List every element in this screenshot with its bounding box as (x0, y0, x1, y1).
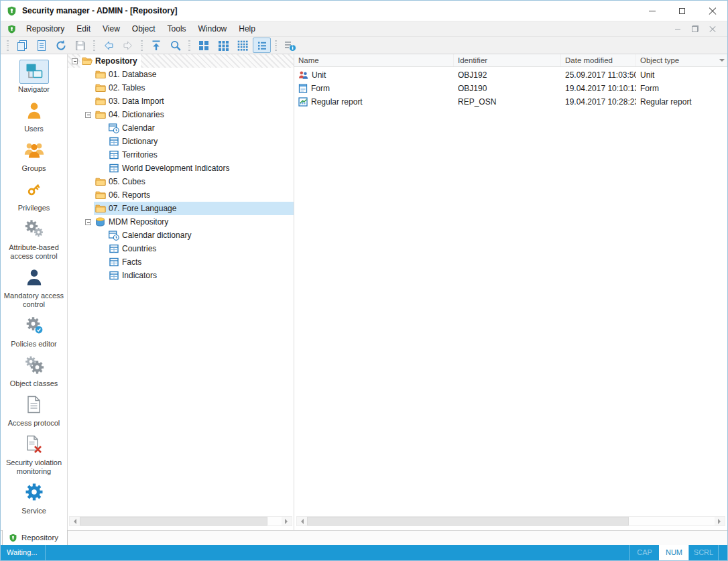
tree-item-dictionary[interactable]: Dictionary (68, 135, 294, 148)
tree-expander-icon[interactable] (72, 58, 78, 64)
menu-edit[interactable]: Edit (70, 21, 97, 37)
sidebar-item-mandatory-access-control[interactable]: Mandatory access control (1, 266, 67, 309)
scroll-right-icon[interactable] (282, 517, 292, 525)
list-horizontal-scrollbar[interactable] (296, 516, 725, 526)
status-key-num: NUM (659, 545, 688, 560)
menu-window[interactable]: Window (192, 21, 233, 37)
tree-item-label: 07. Fore Language (109, 204, 176, 213)
menu-repository[interactable]: Repository (20, 21, 70, 37)
sidebar-item-groups[interactable]: Groups (1, 139, 67, 173)
service-icon (25, 483, 44, 503)
tree-item-05-cubes[interactable]: 05. Cubes (68, 175, 294, 188)
view-large-icons-icon (198, 40, 210, 52)
view-details-button[interactable] (253, 38, 271, 53)
tree-scroll-track[interactable] (80, 517, 282, 525)
tab-repository[interactable]: Repository (2, 530, 68, 546)
window-controls (637, 1, 727, 21)
tree-item-mdm-repository[interactable]: MDM Repository (68, 215, 294, 229)
forward-button[interactable] (119, 38, 137, 53)
tree-item-06-reports[interactable]: 06. Reports (68, 188, 294, 202)
open-document-icon (36, 40, 48, 52)
tree-item-04-dictionaries[interactable]: 04. Dictionaries (68, 108, 294, 121)
sidebar-item-security-violation-monitoring[interactable]: Security violation monitoring (1, 433, 67, 476)
list-scroll-track[interactable] (307, 517, 715, 525)
sidebar-item-object-classes[interactable]: Object classes (1, 354, 67, 388)
app-logo-icon (7, 6, 17, 16)
properties-button[interactable] (281, 38, 299, 53)
list-row-form[interactable]: FormOBJ19019.04.2017 10:10:13Form (294, 82, 727, 95)
tree-item-countries[interactable]: Countries (68, 242, 294, 255)
new-document-icon (16, 40, 28, 52)
tree-expander-icon[interactable] (85, 219, 91, 225)
move-to-top-button[interactable] (147, 38, 165, 53)
tree-item-07-fore-language[interactable]: 07. Fore Language (68, 202, 294, 215)
scroll-right-icon[interactable] (715, 517, 725, 525)
sidebar-item-privileges[interactable]: Privileges (1, 178, 67, 212)
menu-view[interactable]: View (97, 21, 126, 37)
sidebar-item-navigator[interactable]: Navigator (1, 60, 67, 94)
table-icon (108, 244, 119, 253)
system-menu-icon[interactable] (7, 24, 17, 34)
tree-horizontal-scrollbar[interactable] (69, 516, 292, 526)
tree-item-repository[interactable]: Repository (68, 54, 294, 68)
column-menu-button[interactable] (717, 54, 727, 66)
column-header-name[interactable]: Name (294, 54, 454, 66)
tree-item-02-tables[interactable]: 02. Tables (68, 81, 294, 95)
sidebar-item-policies-editor[interactable]: Policies editor (1, 314, 67, 349)
column-header-identifier[interactable]: Identifier (454, 54, 561, 66)
mdi-close-icon (709, 25, 716, 32)
toolbar-grip[interactable] (7, 40, 9, 51)
tree-item-01-database[interactable]: 01. Database (68, 68, 294, 81)
sidebar-item-service[interactable]: Service (1, 481, 67, 515)
tree-item-label: Calendar dictionary (122, 231, 191, 240)
mdi-restore-button[interactable] (688, 23, 702, 35)
status-filler (46, 545, 629, 560)
menu-object[interactable]: Object (126, 21, 162, 37)
save-button[interactable] (71, 38, 89, 53)
main-area: NavigatorUsersGroupsPrivilegesAttribute-… (1, 54, 727, 530)
close-button[interactable] (697, 1, 727, 21)
sidebar-item-access-protocol[interactable]: Access protocol (1, 393, 67, 428)
minimize-button[interactable] (637, 1, 667, 21)
tree-item-territories[interactable]: Territories (68, 148, 294, 162)
tree-item-calendar[interactable]: Calendar (68, 121, 294, 135)
view-medium-icons-button[interactable] (214, 38, 232, 53)
search-button[interactable] (166, 38, 184, 53)
tree-item-label: Calendar (122, 123, 155, 133)
back-button[interactable] (99, 38, 117, 53)
view-large-icons-button[interactable] (194, 38, 213, 53)
mdi-minimize-button[interactable] (671, 23, 684, 35)
tree-item-indicators[interactable]: Indicators (68, 269, 294, 282)
view-small-icons-button[interactable] (233, 38, 251, 53)
list-row-unit[interactable]: UnitOBJ19225.09.2017 11:03:50Unit (294, 68, 727, 82)
mdi-restore-icon (692, 25, 699, 32)
menu-tools[interactable]: Tools (162, 21, 192, 37)
view-details-icon (256, 40, 268, 52)
scroll-left-icon[interactable] (297, 517, 307, 525)
list-row-regular-report[interactable]: Regular reportREP_OSN19.04.2017 10:28:23… (294, 95, 727, 109)
column-header-date-modified[interactable]: Date modified (561, 54, 636, 66)
access-protocol-icon (26, 395, 42, 416)
tree-item-calendar-dictionary[interactable]: Calendar dictionary (68, 229, 294, 242)
new-document-button[interactable] (13, 38, 31, 53)
sidebar-item-users[interactable]: Users (1, 99, 67, 133)
toolbar-separator (93, 40, 95, 51)
scroll-left-icon[interactable] (70, 517, 80, 525)
tree-item-facts[interactable]: Facts (68, 255, 294, 269)
status-key-cap: CAP (629, 545, 659, 560)
refresh-button[interactable] (52, 38, 70, 53)
column-header-object-type[interactable]: Object type (636, 54, 727, 66)
tree-scroll-thumb[interactable] (80, 517, 267, 525)
toolbar-separator (275, 40, 277, 51)
tree-item-03-data-import[interactable]: 03. Data Import (68, 95, 294, 108)
list-cell-object-type: Regular report (636, 97, 727, 107)
mdi-close-button[interactable] (706, 23, 719, 35)
maximize-button[interactable] (667, 1, 697, 21)
list-scroll-thumb[interactable] (307, 517, 629, 525)
sidebar-item-attribute-based-access-control[interactable]: Attribute-based access control (1, 218, 67, 261)
menu-bar: RepositoryEditViewObjectToolsWindowHelp (1, 21, 727, 36)
open-document-button[interactable] (32, 38, 50, 53)
menu-help[interactable]: Help (233, 21, 261, 37)
tree-item-world-development-indicators[interactable]: World Development Indicators (68, 162, 294, 175)
tree-expander-icon[interactable] (85, 112, 91, 118)
